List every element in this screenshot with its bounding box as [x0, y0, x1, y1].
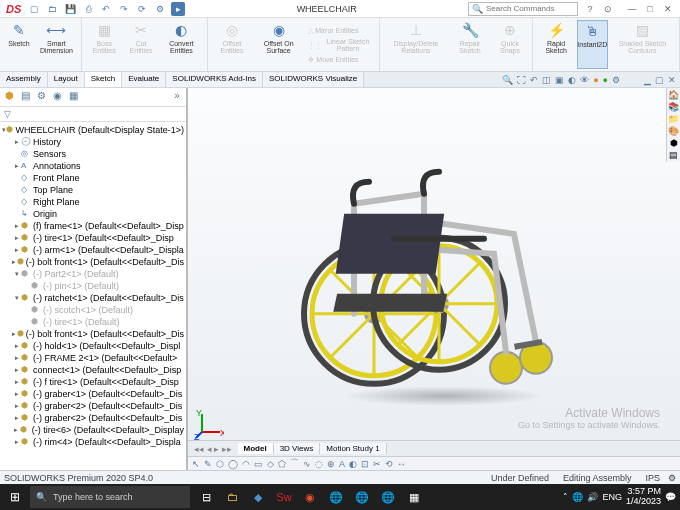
custom-props-icon[interactable]: ▤	[669, 150, 678, 160]
chrome-icon[interactable]: 🌐	[376, 486, 400, 508]
tab-sketch[interactable]: Sketch	[85, 72, 122, 87]
prev-view-icon[interactable]: ↶	[530, 75, 538, 85]
tray-volume-icon[interactable]: 🔊	[587, 492, 598, 502]
tree-item[interactable]: ▸⬢(-) tire<1> (Default<<Default>_Disp	[0, 232, 186, 244]
tab-addins[interactable]: SOLIDWORKS Add-Ins	[166, 72, 263, 87]
tool-icon[interactable]: ◐	[349, 459, 357, 469]
tree-sensors[interactable]: ◎Sensors	[0, 148, 186, 160]
tool-icon[interactable]: ↔	[397, 459, 406, 469]
start-button[interactable]: ⊞	[0, 484, 30, 510]
display-style-icon[interactable]: ◐	[568, 75, 576, 85]
cut-entities-button[interactable]: ✂Cut Entities	[125, 20, 158, 69]
tree-plane[interactable]: ◇Right Plane	[0, 196, 186, 208]
display-manager-tab[interactable]: ▦	[66, 90, 80, 104]
explorer-icon[interactable]: 🗀	[220, 486, 244, 508]
tool-icon[interactable]: ◠	[242, 459, 250, 469]
btab-3dviews[interactable]: 3D Views	[274, 443, 321, 454]
tree-item[interactable]: ▾⬢(-) ratchet<1> (Default<<Default>_Dis	[0, 292, 186, 304]
tool-icon[interactable]: ◯	[228, 459, 238, 469]
tool-icon[interactable]: ∿	[303, 459, 311, 469]
new-icon[interactable]: ▢	[27, 2, 41, 16]
tool-icon[interactable]: ◇	[267, 459, 274, 469]
doc-close-icon[interactable]: ✕	[668, 75, 676, 85]
tree-item[interactable]: ▸⬢(f) frame<1> (Default<<Default>_Disp	[0, 220, 186, 232]
taskview-icon[interactable]: ⊟	[194, 486, 218, 508]
help-icon[interactable]: ?	[584, 4, 596, 14]
chrome-icon[interactable]: 🌐	[350, 486, 374, 508]
tree-plane[interactable]: ◇Top Plane	[0, 184, 186, 196]
tool-icon[interactable]: A	[339, 459, 345, 469]
tab-nav-left[interactable]: ◂◂ ◂ ▸ ▸▸	[188, 444, 238, 454]
solidworks-icon[interactable]: Sw	[272, 486, 296, 508]
tool-icon[interactable]: ✂	[373, 459, 381, 469]
clock[interactable]: 3:57 PM1/4/2023	[626, 487, 661, 507]
rebuild-icon[interactable]: ⟳	[135, 2, 149, 16]
tool-icon[interactable]: ⌒	[290, 457, 299, 470]
instant2d-button[interactable]: 🖱Instant2D	[577, 20, 608, 69]
tray-network-icon[interactable]: 🌐	[572, 492, 583, 502]
convert-entities-button[interactable]: ◐Convert Entities	[160, 20, 203, 69]
appearances-icon[interactable]: ⬢	[670, 138, 678, 148]
play-icon[interactable]: ▸	[171, 2, 185, 16]
view-settings-icon[interactable]: ⚙	[612, 75, 620, 85]
tree-annotations[interactable]: ▸AAnnotations	[0, 160, 186, 172]
tool-icon[interactable]: ⊕	[327, 459, 335, 469]
section-view-icon[interactable]: ◫	[542, 75, 551, 85]
feature-tree[interactable]: ▾⬢WHEELCHAIR (Default<Display State-1>) …	[0, 122, 186, 470]
zoom-area-icon[interactable]: ⛶	[517, 75, 526, 85]
tree-item[interactable]: ⬢(-) tire<1> (Default)	[0, 316, 186, 328]
display-relations-button[interactable]: ⊥Display/Delete Relations	[384, 20, 448, 69]
view-palette-icon[interactable]: 🎨	[668, 126, 679, 136]
tree-item[interactable]: ▾⬢(-) Part2<1> (Default)	[0, 268, 186, 280]
command-search[interactable]: 🔍	[468, 2, 578, 16]
maximize-button[interactable]: □	[644, 4, 656, 14]
resources-icon[interactable]: 🏠	[668, 90, 679, 100]
rapid-sketch-button[interactable]: ⚡Rapid Sketch	[537, 20, 575, 69]
tool-icon[interactable]: ⬡	[216, 459, 224, 469]
tree-plane[interactable]: ◇Front Plane	[0, 172, 186, 184]
boss-entities-button[interactable]: ▦Boss Entities	[86, 20, 123, 69]
print-icon[interactable]: ⎙	[81, 2, 95, 16]
tree-item[interactable]: ▸⬢(-) FRAME 2<1> (Default<<Default>	[0, 352, 186, 364]
repair-sketch-button[interactable]: 🔧Repair Sketch	[450, 20, 490, 69]
tool-icon[interactable]: ⊡	[361, 459, 369, 469]
offset-entities-button[interactable]: ◎Offset Entities	[212, 20, 252, 69]
app-icon[interactable]: ◉	[298, 486, 322, 508]
appearance-icon[interactable]: ●	[593, 75, 598, 85]
tray-lang[interactable]: ENG	[602, 492, 622, 502]
tray-chevron-icon[interactable]: ˄	[563, 492, 568, 502]
shaded-contours-button[interactable]: ▨Shaded Sketch Contours	[610, 20, 675, 69]
sketch-button[interactable]: ✎Sketch	[4, 20, 34, 69]
tree-filter[interactable]: ▽	[0, 107, 186, 122]
move-entities-button[interactable]: ✥Move Entities	[305, 54, 374, 64]
tree-item[interactable]: ▸⬢(-) hold<1> (Default<<Default>_Displ	[0, 340, 186, 352]
view-triad[interactable]: X Y Z	[194, 410, 224, 440]
notifications-icon[interactable]: 💬	[665, 492, 676, 502]
tool-icon[interactable]: ⬠	[278, 459, 286, 469]
undo-icon[interactable]: ↶	[99, 2, 113, 16]
linear-pattern-button[interactable]: ⋮⋮Linear Sketch Pattern	[305, 36, 374, 53]
graphics-viewport[interactable]: X Y Z Activate Windows Go to Settings to…	[188, 88, 680, 470]
config-manager-tab[interactable]: ⚙	[34, 90, 48, 104]
app-icon[interactable]: ▦	[402, 486, 426, 508]
scene-icon[interactable]: ●	[603, 75, 608, 85]
btab-motion[interactable]: Motion Study 1	[320, 443, 386, 454]
doc-max-icon[interactable]: ▢	[655, 75, 664, 85]
save-icon[interactable]: 💾	[63, 2, 77, 16]
tree-history[interactable]: ▸🕘History	[0, 136, 186, 148]
smart-dimension-button[interactable]: ⟷Smart Dimension	[36, 20, 77, 69]
tool-icon[interactable]: ▭	[254, 459, 263, 469]
tree-item[interactable]: ▸⬢(-) f tire<1> (Default<<Default>_Disp	[0, 376, 186, 388]
options-icon[interactable]: ⚙	[153, 2, 167, 16]
offset-on-surface-button[interactable]: ◉Offset On Surface	[254, 20, 303, 69]
tab-layout[interactable]: Layout	[48, 72, 85, 87]
tool-icon[interactable]: ◌	[315, 459, 323, 469]
design-library-icon[interactable]: 📚	[668, 102, 679, 112]
taskbar-search[interactable]: 🔍 Type here to search	[30, 486, 190, 508]
tree-item[interactable]: ▸⬢(-) bolt front<1> (Default<<Default>_D…	[0, 256, 186, 268]
feature-tree-tab[interactable]: ⬢	[2, 90, 16, 104]
mirror-entities-button[interactable]: △Mirror Entities	[305, 25, 374, 35]
tree-item[interactable]: ▸⬢(-) graber<1> (Default<<Default>_Dis	[0, 388, 186, 400]
tree-item[interactable]: ▸⬢(-) graber<2> (Default<<Default>_Dis	[0, 400, 186, 412]
zoom-fit-icon[interactable]: 🔍	[502, 75, 513, 85]
